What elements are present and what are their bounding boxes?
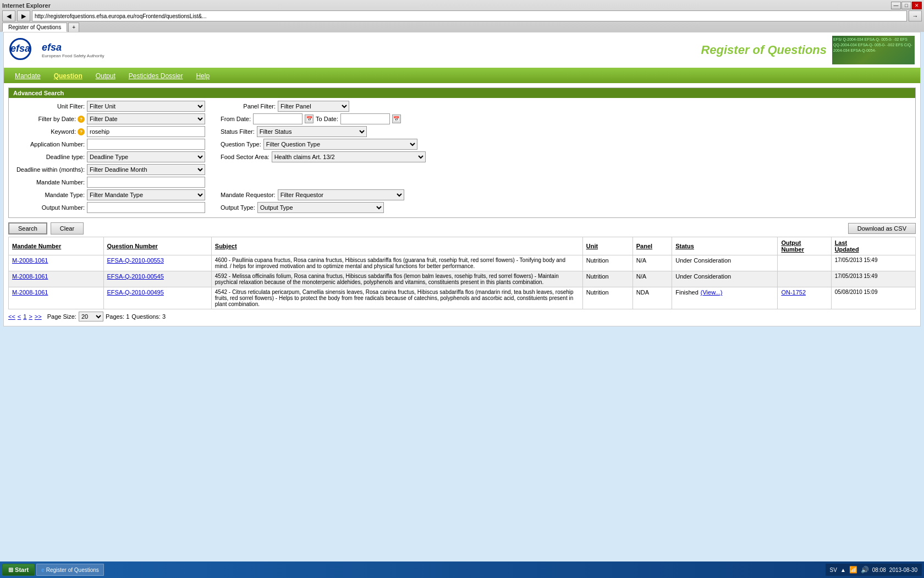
panel-cell: NDA — [632, 287, 672, 309]
panel-cell: N/A — [632, 271, 672, 287]
from-date-calendar[interactable]: 📅 — [305, 114, 314, 123]
page-content: efsa efsa European Food Safety Authority… — [3, 32, 921, 326]
to-date-input[interactable] — [340, 113, 390, 124]
col-subject[interactable]: Subject — [211, 237, 582, 255]
question-number-cell[interactable]: EFSA-Q-2010-00545 — [103, 271, 211, 287]
tab-active[interactable]: Register of Questions — [2, 23, 67, 32]
page-header: efsa efsa European Food Safety Authority… — [4, 32, 920, 69]
last-updated-cell: 17/05/2013 15:49 — [831, 271, 915, 287]
unit-filter-select[interactable]: Filter Unit — [87, 101, 205, 112]
search-row-2: Filter by Date: ? Filter Date From Date:… — [13, 113, 911, 124]
question-number-cell[interactable]: EFSA-Q-2010-00495 — [103, 287, 211, 309]
search-button[interactable]: Search — [8, 222, 47, 235]
output-number-cell[interactable]: ON-1752 — [778, 287, 831, 309]
go-button[interactable]: → — [909, 10, 922, 21]
col-status[interactable]: Status — [672, 237, 778, 255]
question-type-select[interactable]: Filter Question Type — [263, 139, 417, 150]
output-number-cell — [778, 255, 831, 271]
results-container: Mandate Number Question Number Subject U… — [8, 237, 916, 309]
deadline-type-select[interactable]: Deadline Type — [87, 151, 205, 162]
from-date-input[interactable] — [253, 113, 302, 124]
url-input[interactable] — [32, 10, 907, 21]
forward-button[interactable]: ▶ — [17, 10, 30, 21]
keyword-input[interactable] — [87, 126, 205, 137]
pag-first[interactable]: << — [8, 313, 15, 320]
mandate-number-label: Mandate Number: — [13, 179, 85, 186]
deadline-type-label: Deadline type: — [13, 154, 85, 160]
panel-filter-label: Panel Filter: — [221, 103, 276, 110]
mandate-requestor-select[interactable]: Filter Requestor — [278, 189, 404, 200]
output-type-select[interactable]: Output Type — [257, 202, 384, 213]
table-row: M-2008-1061EFSA-Q-2010-005534600 - Paull… — [9, 255, 916, 271]
deadline-within-select[interactable]: Filter Deadline Month — [87, 164, 205, 175]
close-button[interactable]: ✕ — [912, 2, 922, 9]
nav-mandate[interactable]: Mandate — [8, 69, 47, 83]
minimize-button[interactable]: — — [891, 2, 901, 9]
filter-date-select[interactable]: Filter Date — [87, 113, 205, 124]
button-row: Search Clear Download as CSV — [8, 222, 916, 235]
search-row-8: Mandate Type: Filter Mandate Type Mandat… — [13, 189, 911, 200]
col-question-number[interactable]: Question Number — [103, 237, 211, 255]
pag-last[interactable]: >> — [35, 313, 42, 320]
subject-cell: 4592 - Melissa officinalis folium, Rosa … — [211, 271, 582, 287]
table-row: M-2008-1061EFSA-Q-2010-005454592 - Melis… — [9, 271, 916, 287]
last-updated-cell: 17/05/2013 15:49 — [831, 255, 915, 271]
efsa-subtitle: European Food Safety Authority — [42, 53, 104, 58]
pag-prev[interactable]: < — [18, 313, 21, 320]
maximize-button[interactable]: □ — [901, 2, 911, 9]
col-mandate-number[interactable]: Mandate Number — [9, 237, 104, 255]
clear-button[interactable]: Clear — [51, 222, 84, 235]
food-sector-select[interactable]: Health claims Art. 13/2 — [272, 151, 426, 162]
logo-stars-ring — [7, 35, 37, 66]
logo-text-block: efsa European Food Safety Authority — [42, 42, 104, 58]
nav-help[interactable]: Help — [189, 69, 216, 83]
col-last-updated[interactable]: LastUpdated — [831, 237, 915, 255]
pag-current[interactable]: 1 — [23, 313, 26, 320]
download-csv-button[interactable]: Download as CSV — [848, 223, 916, 234]
unit-cell: Nutrition — [582, 255, 632, 271]
mandate-type-select[interactable]: Filter Mandate Type — [87, 189, 205, 200]
logo-circle: efsa — [9, 38, 31, 60]
mandate-number-cell[interactable]: M-2008-1061 — [9, 287, 104, 309]
question-number-cell[interactable]: EFSA-Q-2010-00553 — [103, 255, 211, 271]
unit-cell: Nutrition — [582, 287, 632, 309]
food-sector-label: Food Sector Area: — [221, 154, 270, 160]
status-cell: Finished(View...) — [672, 287, 778, 309]
nav-bar: Mandate Question Output Pesticides Dossi… — [4, 69, 920, 83]
browser-chrome: Internet Explorer — □ ✕ ◀ ▶ → Register o… — [0, 0, 924, 32]
output-number-input[interactable] — [87, 202, 205, 213]
from-date-label: From Date: — [221, 116, 251, 122]
page-size-select[interactable]: 20 50 100 — [79, 312, 103, 321]
search-body: Unit Filter: Filter Unit Panel Filter: F… — [9, 98, 915, 217]
view-link[interactable]: (View...) — [701, 289, 723, 296]
to-date-calendar[interactable]: 📅 — [392, 114, 401, 123]
help-icon-keyword[interactable]: ? — [78, 128, 85, 135]
mandate-number-cell[interactable]: M-2008-1061 — [9, 271, 104, 287]
new-tab-button[interactable]: + — [68, 23, 79, 32]
col-panel[interactable]: Panel — [632, 237, 672, 255]
browser-titlebar: Internet Explorer — □ ✕ — [2, 2, 922, 9]
tab-bar: Register of Questions + — [2, 23, 922, 32]
mandate-number-cell[interactable]: M-2008-1061 — [9, 255, 104, 271]
status-filter-select[interactable]: Filter Status — [257, 126, 367, 137]
nav-pesticides[interactable]: Pesticides Dossier — [122, 69, 190, 83]
app-number-input[interactable] — [87, 139, 205, 150]
mandate-number-input[interactable] — [87, 177, 205, 188]
keyword-label: Keyword: ? — [13, 128, 85, 135]
panel-filter-select[interactable]: Filter Panel — [278, 101, 349, 112]
deadline-within-label: Deadline within (months): — [13, 166, 85, 173]
pagination-bar: << < 1 > >> Page Size: 20 50 100 Pages: … — [8, 312, 916, 321]
pag-next[interactable]: > — [29, 313, 32, 320]
nav-question[interactable]: Question — [47, 69, 89, 83]
page-title: Register of Questions — [701, 43, 827, 57]
col-output-number[interactable]: OutputNumber — [778, 237, 831, 255]
help-icon-date[interactable]: ? — [78, 116, 85, 123]
col-unit[interactable]: Unit — [582, 237, 632, 255]
mandate-requestor-label: Mandate Requestor: — [221, 192, 276, 198]
nav-output[interactable]: Output — [89, 69, 122, 83]
back-button[interactable]: ◀ — [2, 10, 15, 21]
search-row-7: Mandate Number: — [13, 177, 911, 188]
search-panel-title: Advanced Search — [9, 88, 915, 98]
search-row-9: Output Number: Output Type: Output Type — [13, 202, 911, 213]
logo-stars-box: efsa — [9, 38, 40, 63]
